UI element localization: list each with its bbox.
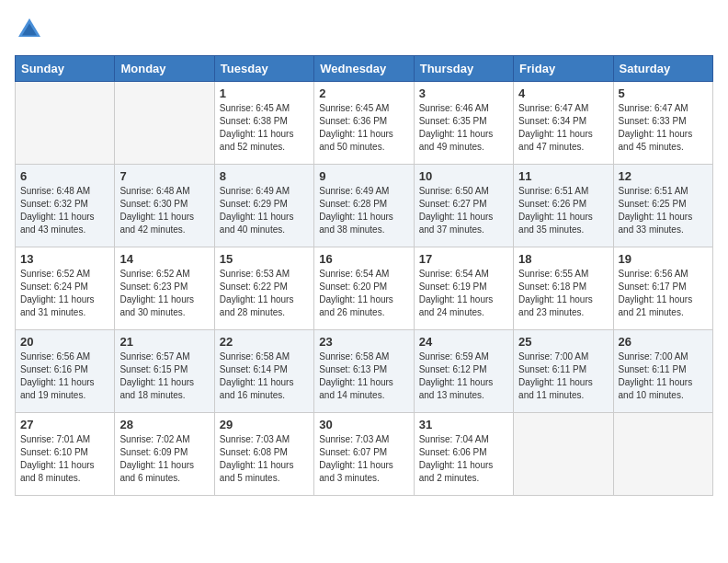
day-info: Sunrise: 6:54 AMSunset: 6:20 PMDaylight:… — [319, 268, 408, 319]
day-number: 16 — [319, 252, 408, 266]
calendar-cell: 28Sunrise: 7:02 AMSunset: 6:09 PMDayligh… — [115, 413, 214, 496]
calendar-cell: 26Sunrise: 7:00 AMSunset: 6:11 PMDayligh… — [613, 330, 712, 413]
calendar-cell: 14Sunrise: 6:52 AMSunset: 6:23 PMDayligh… — [115, 247, 214, 330]
calendar-cell: 29Sunrise: 7:03 AMSunset: 6:08 PMDayligh… — [214, 413, 313, 496]
calendar-cell: 23Sunrise: 6:58 AMSunset: 6:13 PMDayligh… — [314, 330, 414, 413]
calendar-cell: 1Sunrise: 6:45 AMSunset: 6:38 PMDaylight… — [214, 82, 313, 165]
day-info: Sunrise: 6:57 AMSunset: 6:15 PMDaylight:… — [119, 350, 209, 402]
day-info: Sunrise: 6:48 AMSunset: 6:30 PMDaylight:… — [119, 185, 209, 236]
day-info: Sunrise: 6:47 AMSunset: 6:33 PMDaylight:… — [619, 102, 708, 154]
day-info: Sunrise: 6:58 AMSunset: 6:13 PMDaylight:… — [319, 350, 408, 402]
calendar-cell: 19Sunrise: 6:56 AMSunset: 6:17 PMDayligh… — [613, 247, 712, 330]
calendar-cell: 8Sunrise: 6:49 AMSunset: 6:29 PMDaylight… — [214, 165, 313, 247]
calendar-cell: 16Sunrise: 6:54 AMSunset: 6:20 PMDayligh… — [314, 247, 414, 330]
day-number: 26 — [619, 335, 708, 349]
calendar-cell: 22Sunrise: 6:58 AMSunset: 6:14 PMDayligh… — [214, 330, 313, 413]
calendar-cell: 2Sunrise: 6:45 AMSunset: 6:36 PMDaylight… — [314, 82, 414, 165]
day-info: Sunrise: 6:58 AMSunset: 6:14 PMDaylight:… — [220, 350, 309, 402]
calendar-cell: 21Sunrise: 6:57 AMSunset: 6:15 PMDayligh… — [115, 330, 214, 413]
day-info: Sunrise: 6:56 AMSunset: 6:17 PMDaylight:… — [619, 268, 708, 319]
day-number: 24 — [419, 335, 508, 349]
calendar-week-row: 20Sunrise: 6:56 AMSunset: 6:16 PMDayligh… — [16, 330, 713, 413]
day-info: Sunrise: 6:49 AMSunset: 6:28 PMDaylight:… — [319, 185, 408, 236]
calendar-cell: 18Sunrise: 6:55 AMSunset: 6:18 PMDayligh… — [514, 247, 613, 330]
day-info: Sunrise: 6:46 AMSunset: 6:35 PMDaylight:… — [419, 102, 508, 154]
calendar-cell: 31Sunrise: 7:04 AMSunset: 6:06 PMDayligh… — [414, 413, 513, 496]
calendar-week-row: 27Sunrise: 7:01 AMSunset: 6:10 PMDayligh… — [16, 413, 713, 496]
calendar-cell: 9Sunrise: 6:49 AMSunset: 6:28 PMDaylight… — [314, 165, 414, 247]
day-info: Sunrise: 6:45 AMSunset: 6:36 PMDaylight:… — [319, 102, 408, 154]
weekday-header: Sunday — [16, 56, 115, 82]
day-number: 20 — [20, 335, 109, 349]
calendar-week-row: 6Sunrise: 6:48 AMSunset: 6:32 PMDaylight… — [16, 165, 713, 247]
weekday-header: Monday — [115, 56, 214, 82]
calendar-cell: 12Sunrise: 6:51 AMSunset: 6:25 PMDayligh… — [613, 165, 712, 247]
day-number: 17 — [419, 252, 508, 266]
day-number: 3 — [419, 86, 508, 100]
day-number: 14 — [119, 252, 209, 266]
day-info: Sunrise: 6:45 AMSunset: 6:38 PMDaylight:… — [220, 102, 309, 154]
day-info: Sunrise: 6:49 AMSunset: 6:29 PMDaylight:… — [220, 185, 309, 236]
day-number: 18 — [518, 252, 608, 266]
day-info: Sunrise: 6:50 AMSunset: 6:27 PMDaylight:… — [419, 185, 508, 236]
calendar-cell: 4Sunrise: 6:47 AMSunset: 6:34 PMDaylight… — [514, 82, 613, 165]
calendar-cell: 3Sunrise: 6:46 AMSunset: 6:35 PMDaylight… — [414, 82, 513, 165]
day-number: 1 — [220, 86, 309, 100]
day-number: 6 — [20, 169, 109, 183]
day-number: 13 — [20, 252, 109, 266]
day-number: 10 — [419, 169, 508, 183]
logo-icon — [15, 15, 44, 44]
day-info: Sunrise: 7:00 AMSunset: 6:11 PMDaylight:… — [518, 350, 608, 402]
day-number: 23 — [319, 335, 408, 349]
calendar-cell: 30Sunrise: 7:03 AMSunset: 6:07 PMDayligh… — [314, 413, 414, 496]
day-info: Sunrise: 7:00 AMSunset: 6:11 PMDaylight:… — [619, 350, 708, 402]
calendar-cell — [115, 82, 214, 165]
day-number: 21 — [119, 335, 209, 349]
day-number: 2 — [319, 86, 408, 100]
weekday-header: Saturday — [613, 56, 712, 82]
weekday-header: Wednesday — [314, 56, 414, 82]
calendar-cell — [514, 413, 613, 496]
day-number: 5 — [619, 86, 708, 100]
calendar-cell: 13Sunrise: 6:52 AMSunset: 6:24 PMDayligh… — [16, 247, 115, 330]
day-info: Sunrise: 6:53 AMSunset: 6:22 PMDaylight:… — [220, 268, 309, 319]
day-number: 22 — [220, 335, 309, 349]
calendar-week-row: 1Sunrise: 6:45 AMSunset: 6:38 PMDaylight… — [16, 82, 713, 165]
day-number: 9 — [319, 169, 408, 183]
day-info: Sunrise: 7:03 AMSunset: 6:07 PMDaylight:… — [319, 433, 408, 485]
calendar-cell: 24Sunrise: 6:59 AMSunset: 6:12 PMDayligh… — [414, 330, 513, 413]
day-number: 7 — [119, 169, 209, 183]
weekday-header: Thursday — [414, 56, 513, 82]
day-number: 25 — [518, 335, 608, 349]
weekday-header: Tuesday — [214, 56, 313, 82]
weekday-header: Friday — [514, 56, 613, 82]
day-number: 11 — [518, 169, 608, 183]
calendar-week-row: 13Sunrise: 6:52 AMSunset: 6:24 PMDayligh… — [16, 247, 713, 330]
day-number: 12 — [619, 169, 708, 183]
day-number: 31 — [419, 418, 508, 431]
calendar-cell — [613, 413, 712, 496]
day-info: Sunrise: 6:47 AMSunset: 6:34 PMDaylight:… — [518, 102, 608, 154]
calendar-cell: 20Sunrise: 6:56 AMSunset: 6:16 PMDayligh… — [16, 330, 115, 413]
calendar: SundayMondayTuesdayWednesdayThursdayFrid… — [15, 55, 713, 496]
day-info: Sunrise: 6:51 AMSunset: 6:26 PMDaylight:… — [518, 185, 608, 236]
day-info: Sunrise: 6:56 AMSunset: 6:16 PMDaylight:… — [20, 350, 109, 402]
day-info: Sunrise: 7:02 AMSunset: 6:09 PMDaylight:… — [119, 433, 209, 485]
calendar-header-row: SundayMondayTuesdayWednesdayThursdayFrid… — [16, 56, 713, 82]
day-info: Sunrise: 6:59 AMSunset: 6:12 PMDaylight:… — [419, 350, 508, 402]
day-info: Sunrise: 6:52 AMSunset: 6:24 PMDaylight:… — [20, 268, 109, 319]
calendar-cell: 6Sunrise: 6:48 AMSunset: 6:32 PMDaylight… — [16, 165, 115, 247]
day-info: Sunrise: 6:55 AMSunset: 6:18 PMDaylight:… — [518, 268, 608, 319]
calendar-cell: 25Sunrise: 7:00 AMSunset: 6:11 PMDayligh… — [514, 330, 613, 413]
logo — [15, 15, 48, 44]
calendar-cell — [16, 82, 115, 165]
calendar-cell: 10Sunrise: 6:50 AMSunset: 6:27 PMDayligh… — [414, 165, 513, 247]
day-number: 15 — [220, 252, 309, 266]
calendar-cell: 5Sunrise: 6:47 AMSunset: 6:33 PMDaylight… — [613, 82, 712, 165]
day-number: 4 — [518, 86, 608, 100]
day-number: 29 — [220, 418, 309, 431]
calendar-cell: 7Sunrise: 6:48 AMSunset: 6:30 PMDaylight… — [115, 165, 214, 247]
day-number: 28 — [119, 418, 209, 431]
day-number: 19 — [619, 252, 708, 266]
page-header — [15, 15, 713, 44]
